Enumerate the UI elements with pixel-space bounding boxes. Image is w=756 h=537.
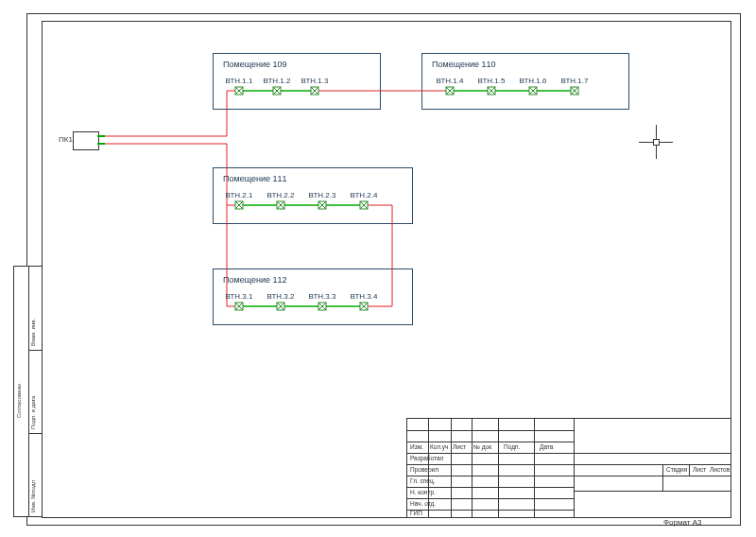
- stamp-text: Инв. №подл: [30, 480, 36, 512]
- cad-drawing-stage: Инв. №подл Подп. и дата Взам. инв. Согла…: [0, 0, 756, 537]
- crosshair-center: [653, 139, 660, 146]
- tb-head: Подп.: [504, 443, 520, 450]
- tb-row: Проверил: [410, 466, 438, 473]
- stamp-text: Подп. и дата: [30, 396, 36, 429]
- room-title: Помещение 112: [223, 275, 287, 285]
- tb-head: Изм.: [410, 443, 423, 450]
- tb-right: Стадия: [666, 466, 687, 473]
- stamp-cell: Взам. инв.: [27, 266, 43, 351]
- wire-stub: [97, 143, 105, 145]
- tb-head: Лист: [453, 443, 466, 450]
- room-109: Помещение 109: [213, 53, 381, 110]
- tb-right: Листов: [710, 466, 730, 473]
- tb-head: № док: [473, 443, 491, 450]
- stamp-cell: Подп. и дата: [27, 349, 43, 434]
- tb-row: Нач. отд.: [410, 500, 436, 507]
- room-title: Помещение 109: [223, 60, 287, 69]
- room-title: Помещение 111: [223, 174, 287, 183]
- wire-stub: [97, 135, 105, 137]
- left-stamp-column: Инв. №подл Подп. и дата Взам. инв. Согла…: [13, 266, 42, 516]
- title-block: Изм. Кол.уч Лист № док Подп. Дата Разраб…: [406, 418, 731, 518]
- tb-row: Н. контр.: [410, 489, 436, 495]
- stamp-cell: Согласовано: [13, 266, 29, 517]
- tb-row: Разработал: [410, 455, 443, 461]
- room-title: Помещение 110: [432, 60, 496, 69]
- stamp-text: Согласовано: [16, 384, 22, 418]
- tb-head: Кол.уч: [430, 443, 449, 450]
- room-112: Помещение 112: [213, 268, 413, 325]
- room-111: Помещение 111: [213, 167, 413, 224]
- room-110: Помещение 110: [421, 53, 629, 110]
- tb-row: Гл. спец.: [410, 477, 435, 484]
- format-label: Формат А3: [663, 518, 701, 527]
- tb-head: Дата: [540, 443, 553, 450]
- tb-right: Лист: [693, 466, 706, 473]
- panel-box: [73, 131, 99, 150]
- stamp-text: Взам. инв.: [30, 319, 36, 346]
- tb-row: ГИП: [410, 510, 422, 516]
- stamp-cell: Инв. №подл: [27, 432, 43, 517]
- panel-label: ПК1: [59, 135, 73, 144]
